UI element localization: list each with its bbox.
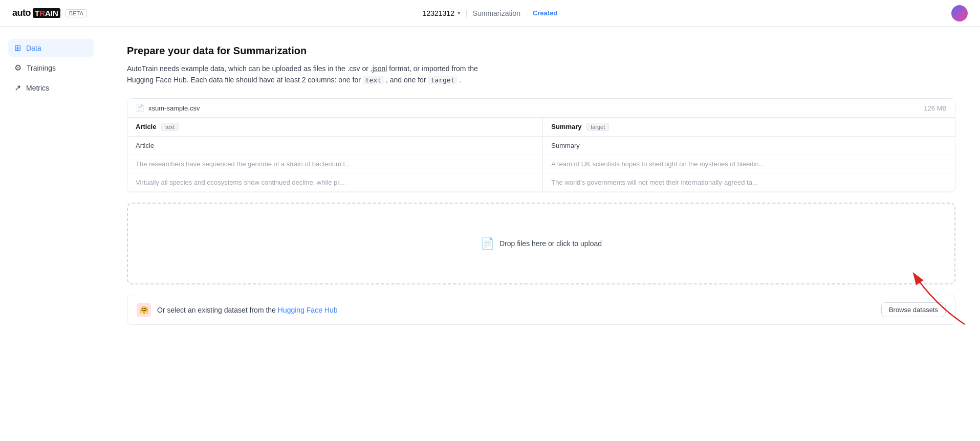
col-article: Article text	[127, 118, 543, 137]
beta-badge: BETA	[66, 9, 87, 17]
grid-icon: ⊞	[14, 43, 21, 53]
data-table: Article text Summary target Article Summ…	[127, 117, 955, 192]
status-badge: Created	[533, 9, 557, 17]
chart-icon: ↗	[14, 83, 21, 93]
summary-row-1: A team of UK scientists hopes to shed li…	[543, 155, 955, 173]
table-row: The researchers have sequenced the genom…	[127, 155, 955, 173]
upload-file-icon: 📄	[481, 237, 494, 250]
desc-text-3: Hugging Face Hub. Each data file should …	[127, 76, 363, 84]
file-name: xsum-sample.csv	[148, 104, 200, 112]
header-task: Summarization	[473, 9, 520, 17]
col-summary: Summary target	[543, 118, 955, 137]
gear-icon: ⚙	[14, 63, 21, 73]
page-title: Prepare your data for Summarization	[127, 45, 955, 57]
file-preview-card: 📄 xsum-sample.csv 126 MB Article text Su…	[127, 98, 955, 192]
desc-text-1: AutoTrain needs example data, which can …	[127, 64, 371, 73]
project-id: 12321312	[423, 9, 454, 17]
app-layout: ⊞ Data ⚙ Trainings ↗ Metrics Prepare you…	[0, 27, 980, 441]
header-center: 12321312 ▾ | Summarization · Created	[423, 9, 558, 17]
avatar[interactable]	[951, 5, 968, 21]
tag-text: text	[161, 123, 179, 131]
logo-train-text: TRAIN	[33, 8, 60, 18]
table-row: Article Summary	[127, 137, 955, 155]
code-target: target	[428, 76, 457, 84]
hub-text-prefix: Or select an existing dataset from the	[157, 306, 278, 314]
upload-content: 📄 Drop files here or click to upload	[481, 237, 602, 250]
desc-text-2: format, or imported from the	[387, 64, 477, 73]
separator-1: |	[466, 9, 468, 17]
sidebar-label-metrics: Metrics	[26, 84, 49, 92]
desc-text-4: , and one for	[384, 76, 428, 84]
tag-target: target	[586, 123, 609, 131]
summary-label: Summary	[543, 137, 955, 155]
header: auto TRAIN BETA 12321312 ▾ | Summarizati…	[0, 0, 980, 27]
summary-row-2: The world's governments will not meet th…	[543, 173, 955, 192]
article-row-2: Virtually all species and ecosystems sho…	[127, 173, 543, 192]
upload-dropzone[interactable]: 📄 Drop files here or click to upload	[127, 203, 955, 284]
hf-hub-link[interactable]: Hugging Face Hub	[278, 306, 338, 314]
logo-auto-text: auto	[12, 8, 31, 18]
main-content: Prepare your data for Summarization Auto…	[102, 27, 980, 441]
sidebar: ⊞ Data ⚙ Trainings ↗ Metrics	[0, 27, 102, 441]
header-dot: ·	[526, 9, 528, 17]
article-row-1: The researchers have sequenced the genom…	[127, 155, 543, 173]
browse-datasets-button[interactable]: Browse datasets	[881, 302, 946, 317]
article-label: Article	[127, 137, 543, 155]
sidebar-item-trainings[interactable]: ⚙ Trainings	[8, 59, 94, 77]
sidebar-label-trainings: Trainings	[27, 64, 56, 72]
upload-text: Drop files here or click to upload	[499, 239, 602, 248]
file-size: 126 MB	[924, 104, 947, 112]
jsonl-link[interactable]: .jsonl	[371, 64, 387, 73]
project-selector[interactable]: 12321312 ▾	[423, 9, 461, 17]
desc-text-5: .	[457, 76, 461, 84]
file-doc-icon: 📄	[136, 104, 144, 112]
hf-icon: 🤗	[137, 303, 151, 317]
file-name-row: 📄 xsum-sample.csv	[136, 104, 200, 112]
sidebar-label-data: Data	[26, 44, 41, 52]
page-description: AutoTrain needs example data, which can …	[127, 63, 955, 86]
hub-left: 🤗 Or select an existing dataset from the…	[137, 303, 338, 317]
file-header: 📄 xsum-sample.csv 126 MB	[127, 99, 955, 117]
hub-text: Or select an existing dataset from the H…	[157, 306, 338, 314]
sidebar-item-metrics[interactable]: ↗ Metrics	[8, 79, 94, 97]
code-text: text	[363, 76, 384, 84]
sidebar-item-data[interactable]: ⊞ Data	[8, 39, 94, 57]
chevron-down-icon: ▾	[458, 10, 461, 16]
hub-select-row: 🤗 Or select an existing dataset from the…	[127, 295, 955, 325]
table-header-row: Article text Summary target	[127, 118, 955, 137]
data-table-wrapper: Article text Summary target Article Summ…	[127, 117, 955, 192]
logo: auto TRAIN BETA	[12, 8, 87, 18]
table-row: Virtually all species and ecosystems sho…	[127, 173, 955, 192]
